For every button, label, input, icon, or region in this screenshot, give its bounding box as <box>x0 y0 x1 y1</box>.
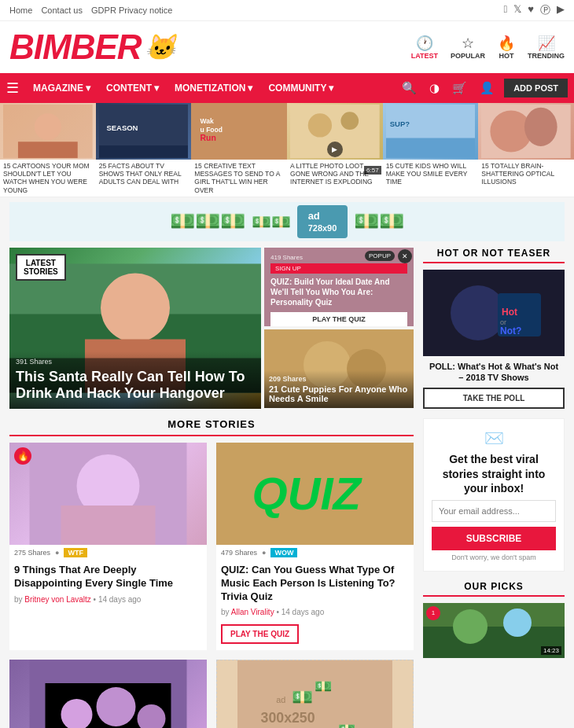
thumb-item-5[interactable]: SUP? 15 CUTE KIDS WHO WILL MAKE YOU SMIL… <box>383 103 479 197</box>
side-top-shares: 419 Shares <box>270 254 407 261</box>
nav-monetization[interactable]: MONETIZATION ▾ <box>167 73 260 103</box>
ad-label: ad 728x90 <box>297 205 348 238</box>
thumb-item-2[interactable]: SEASON 25 FACTS ABOUT TV SHOWS THAT ONLY… <box>96 103 192 197</box>
svg-point-54 <box>453 609 488 644</box>
add-post-button[interactable]: ADD POST <box>504 79 568 97</box>
featured-side: ✕ POPUP 419 Shares SIGN UP QUIZ: Build Y… <box>264 248 414 409</box>
chevron-down-icon: ▾ <box>248 83 252 94</box>
nav-community[interactable]: COMMUNITY ▾ <box>260 73 341 103</box>
svg-text:Not?: Not? <box>500 325 521 336</box>
latest-nav-btn[interactable]: 🕐 LATEST <box>411 35 438 60</box>
video-duration-picks: 14:23 <box>541 646 561 655</box>
svg-text:ad: ad <box>276 696 285 705</box>
dark-mode-icon[interactable]: ◑ <box>426 78 443 98</box>
pinterest-icon[interactable]: Ⓟ <box>540 3 550 17</box>
featured-grid: 391 Shares This Santa Really Can Tell Ho… <box>9 248 414 409</box>
featured-side-bottom[interactable]: 209 Shares 21 Cute Puppies For Anyone Wh… <box>264 329 414 408</box>
side-bottom-shares: 209 Shares <box>269 375 409 383</box>
svg-text:Wak: Wak <box>201 117 214 125</box>
play-icon[interactable]: ▶ <box>327 142 343 157</box>
email-input[interactable] <box>432 500 556 522</box>
take-poll-button-sidebar[interactable]: TAKE THE POLL <box>423 388 565 409</box>
cart-icon[interactable]: 🛒 <box>449 78 470 98</box>
nav-content[interactable]: CONTENT ▾ <box>98 73 167 103</box>
twitter-icon[interactable]: 𝕏 <box>513 3 521 17</box>
featured-main-title: This Santa Really Can Tell How To Drink … <box>16 369 255 403</box>
thumb-caption-6: 15 TOTALLY BRAIN-SHATTERING OPTICAL ILLU… <box>478 160 574 189</box>
svg-text:u Food: u Food <box>201 126 223 134</box>
thumb-item-4[interactable]: ▶ 6:57 A LITTLE PHOTO LOOT GONE WRONG AN… <box>287 103 383 197</box>
ad-card-300: ad 300x250 💵 💵 💵 💵 <box>216 660 414 728</box>
fire-nav-icon: 🔥 <box>498 35 515 52</box>
our-picks-section: OUR PICKS 1 14:23 <box>423 581 565 658</box>
dollar-icon: 💵💵💵 <box>170 209 245 233</box>
play-quiz-button[interactable]: PLAY THE QUIZ <box>270 312 407 326</box>
story-byline-2: by Allan Virality • 14 days ago <box>216 606 414 621</box>
subscribe-button[interactable]: SUBSCRIBE <box>432 527 556 550</box>
header-nav-icons: 🕐 LATEST ☆ POPULAR 🔥 HOT 📈 TRENDING <box>411 35 565 60</box>
svg-rect-2 <box>18 142 78 158</box>
email-signup-section: ✉️ Get the best viral stories straight i… <box>423 418 565 572</box>
featured-side-top[interactable]: ✕ POPUP 419 Shares SIGN UP QUIZ: Build Y… <box>264 248 414 326</box>
site-logo[interactable]: BIMBER 🐱 <box>9 28 175 67</box>
author-link-2[interactable]: Allan Virality <box>231 608 274 616</box>
author-link-1[interactable]: Britney von Lavaltz <box>24 595 91 604</box>
email-note: Don't worry, we don't spam <box>432 553 556 561</box>
nav-magazine[interactable]: MAGAZINE ▾ <box>25 73 98 103</box>
search-icon[interactable]: 🔍 <box>399 78 420 98</box>
svg-text:💵: 💵 <box>315 678 333 696</box>
chevron-down-icon: ▾ <box>86 83 90 94</box>
ad-300-content: ad 300x250 💵 💵 💵 💵 <box>216 660 414 728</box>
email-signup-title: Get the best viral stories straight into… <box>432 452 556 495</box>
facebook-icon[interactable]:  <box>504 3 508 17</box>
hot-nav-btn[interactable]: 🔥 HOT <box>498 35 515 60</box>
notification-badge: 1 <box>426 606 440 620</box>
thumb-img-6 <box>478 103 574 160</box>
top-bar-social:  𝕏 ♥ Ⓟ ▶ <box>504 3 565 17</box>
dollar-icon-3: 💵💵 <box>354 209 404 233</box>
thumb-item-3[interactable]: Wak u Food Run 15 CREATIVE TEXT MESSAGES… <box>191 103 287 197</box>
main-content: LATESTSTORIES 391 Shares <box>0 248 574 728</box>
top-bar-home[interactable]: Home <box>9 6 32 15</box>
latest-stories-label: LATESTSTORIES <box>16 254 66 281</box>
hamburger-icon[interactable]: ☰ <box>6 79 19 97</box>
svg-point-18 <box>524 108 557 146</box>
svg-text:💵: 💵 <box>292 687 314 708</box>
story-card-1[interactable]: 🔥 275 Shares ● WTF 9 Things That Are Dee… <box>9 443 207 651</box>
svg-rect-15 <box>386 138 476 159</box>
instagram-icon[interactable]: ♥ <box>528 3 534 17</box>
trending-label: TRENDING <box>528 52 565 60</box>
svg-text:QUIZ: QUIZ <box>252 468 363 519</box>
email-icon: ✉️ <box>432 428 556 447</box>
youtube-icon[interactable]: ▶ <box>557 3 565 17</box>
svg-rect-5 <box>99 145 189 158</box>
trending-nav-btn[interactable]: 📈 TRENDING <box>528 35 565 60</box>
hot-or-not-section: HOT OR NOT TEASER Hot or Not? POLL: What… <box>423 248 565 410</box>
story-img-3 <box>9 660 207 728</box>
site-header: BIMBER 🐱 🕐 LATEST ☆ POPULAR 🔥 HOT 📈 TREN… <box>0 21 574 73</box>
thumb-item-1[interactable]: 15 CARTOONS YOUR MOM SHOULDN'T LET YOU W… <box>0 103 96 197</box>
hot-not-image: Hot or Not? <box>423 270 565 356</box>
trending-icon: 📈 <box>538 35 555 52</box>
thumb-img-1 <box>0 103 96 160</box>
story-card-3[interactable]: 269 Shares ● WOW POLL: What's Your Favou… <box>9 660 207 728</box>
svg-point-11 <box>308 113 332 137</box>
featured-side-bottom-overlay: 209 Shares 21 Cute Puppies For Anyone Wh… <box>264 370 414 408</box>
thumb-item-6[interactable]: 15 TOTALLY BRAIN-SHATTERING OPTICAL ILLU… <box>478 103 574 197</box>
user-icon[interactable]: 👤 <box>476 78 498 98</box>
popular-nav-btn[interactable]: ☆ POPULAR <box>451 35 485 60</box>
play-quiz-button-2[interactable]: PLAY THE QUIZ <box>221 624 299 644</box>
story-card-2[interactable]: QUIZ 479 Shares ● WOW QUIZ: Can You Gues… <box>216 443 414 651</box>
close-icon[interactable]: ✕ <box>398 249 412 263</box>
hot-label: HOT <box>499 52 514 60</box>
top-bar-contact[interactable]: Contact us <box>41 6 83 15</box>
ad-banner-728: 💵💵💵 💵💵 ad 728x90 💵💵 <box>9 202 565 241</box>
dollar-icon-2: 💵💵 <box>252 212 291 231</box>
svg-text:Run: Run <box>201 134 216 142</box>
svg-point-12 <box>340 112 359 130</box>
svg-point-1 <box>35 113 61 140</box>
logo-text: BIMBER <box>9 28 142 67</box>
svg-rect-31 <box>61 506 156 545</box>
top-bar-gdpr[interactable]: GDPR Privacy notice <box>91 6 172 15</box>
our-picks-image[interactable]: 1 14:23 <box>423 603 565 658</box>
